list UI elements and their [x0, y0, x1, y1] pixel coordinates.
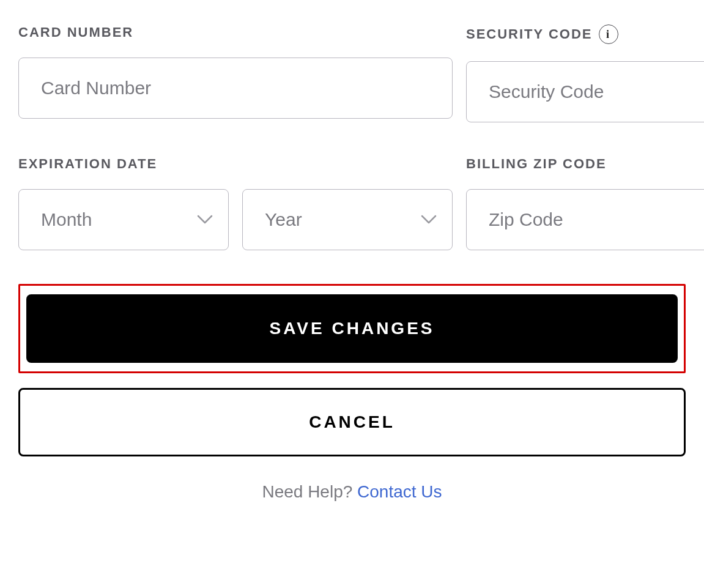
save-highlight-box: SAVE CHANGES: [18, 284, 686, 373]
security-code-input[interactable]: [466, 61, 704, 122]
card-number-label: CARD NUMBER: [18, 24, 453, 40]
zip-code-input[interactable]: [466, 189, 704, 250]
help-text: Need Help? Contact Us: [18, 482, 686, 502]
save-changes-button[interactable]: SAVE CHANGES: [26, 294, 678, 363]
security-code-label-text: SECURITY CODE: [466, 26, 593, 42]
expiration-date-label: EXPIRATION DATE: [18, 156, 453, 172]
help-prefix: Need Help?: [262, 482, 357, 501]
info-icon[interactable]: i: [599, 24, 618, 44]
month-select[interactable]: Month: [18, 189, 229, 250]
contact-us-link[interactable]: Contact Us: [357, 482, 442, 501]
year-select[interactable]: Year: [242, 189, 453, 250]
cancel-button[interactable]: CANCEL: [18, 388, 686, 456]
billing-zip-label: BILLING ZIP CODE: [466, 156, 704, 172]
security-code-label: SECURITY CODE i: [466, 24, 704, 44]
card-number-input[interactable]: [18, 58, 453, 119]
